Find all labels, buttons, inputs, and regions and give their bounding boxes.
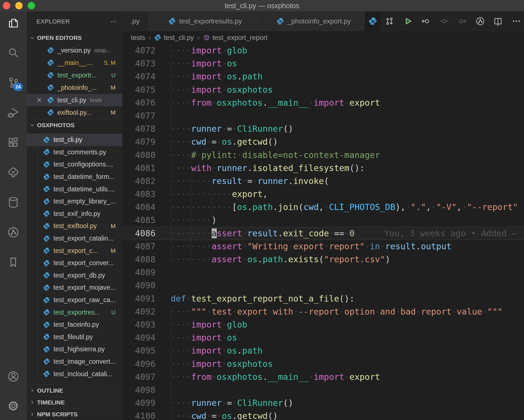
activity-item-gear-icon[interactable]	[7, 399, 20, 413]
code-line-4081[interactable]: 4081····with·runner.isolated_filesystem(…	[122, 162, 524, 175]
code-line-4077[interactable]: 4077	[122, 109, 524, 122]
breadcrumb-item-test_cli.py[interactable]: test_cli.py	[154, 34, 194, 42]
open-editor-test_exportr...[interactable]: test_exportr...U	[27, 69, 122, 81]
activity-item-account-icon[interactable]	[7, 370, 20, 383]
code-line-4083[interactable]: 4083············export,	[122, 188, 524, 201]
more-actions-icon[interactable]	[510, 15, 523, 27]
code-line-4098[interactable]: 4098	[122, 384, 524, 397]
step-back-icon[interactable]	[420, 15, 432, 27]
code-text: ····import·osxphotos	[171, 83, 273, 96]
tab-python-icon-only[interactable]	[365, 11, 380, 31]
section-header-outline[interactable]: OUTLINE	[27, 384, 122, 396]
code-area[interactable]: 4072····import·glob4073····import·os4074…	[122, 44, 524, 420]
tree-item-test_exportres...[interactable]: test_exportres...U	[27, 306, 122, 319]
code-line-4092[interactable]: 4092····"""·test·export·with·--report·op…	[122, 305, 524, 318]
open-editor-test_cli.py[interactable]: test_cli.pytests	[27, 94, 122, 106]
git-history-icon[interactable]	[474, 15, 486, 27]
code-text: ········assert·result.exit_code·==·0	[171, 227, 354, 240]
activity-item-database-icon[interactable]	[7, 196, 20, 209]
activity-item-source-control-icon[interactable]: 24	[7, 76, 20, 89]
code-line-4100[interactable]: 4100····cwd·=·os.getcwd()	[122, 410, 524, 420]
code-line-4086[interactable]: 4086········assert·result.exit_code·==·0…	[122, 227, 524, 240]
osxphotos-section-header[interactable]: OSXPHOTOS	[27, 119, 122, 131]
tree-item-test_configoptions....[interactable]: test_configoptions....	[27, 158, 122, 171]
code-line-4074[interactable]: 4074····import·os.path	[122, 70, 524, 83]
open-editors-section-header[interactable]: OPEN EDITORS	[27, 32, 122, 44]
code-line-4085[interactable]: 4085········)	[122, 214, 524, 227]
tab-_photoinfo_export.py[interactable]: _photoinfo_export.py	[263, 11, 365, 31]
vscode-window: test_cli.py — osxphotos 24 EXPLORER ⋯ OP…	[0, 0, 524, 420]
code-line-4095[interactable]: 4095····import·os.path	[122, 344, 524, 357]
tree-item-test_datetime_utils....[interactable]: test_datetime_utils....	[27, 183, 122, 195]
code-line-4075[interactable]: 4075····import·osxphotos	[122, 83, 524, 96]
tab-test_exportresults.py[interactable]: test_exportresults.py	[148, 11, 263, 31]
run-icon[interactable]	[402, 15, 414, 27]
tree-row-clipped	[27, 131, 122, 134]
tree-item-test_datetime_form...[interactable]: test_datetime_form...	[27, 171, 122, 183]
code-line-4091[interactable]: 4091def·test_export_report_not_a_file():	[122, 292, 524, 305]
breadcrumb-item-test_export_report[interactable]: test_export_report	[203, 34, 268, 42]
tree-item-test_export_catalin...[interactable]: test_export_catalin...	[27, 232, 122, 245]
tree-item-test_export_c...[interactable]: test_export_c...M	[27, 244, 122, 257]
activity-item-files-icon[interactable]	[7, 16, 20, 30]
activity-item-git-graph-icon[interactable]	[7, 226, 20, 239]
open-editor-_photoinfo_...[interactable]: _photoinfo_...M	[27, 81, 122, 94]
code-line-4096[interactable]: 4096····import·osxphotos	[122, 358, 524, 371]
activity-item-test-tree-icon[interactable]	[7, 166, 20, 179]
zoom-button[interactable]	[28, 2, 35, 9]
views-more-actions-icon[interactable]: ⋯	[111, 18, 117, 25]
minimize-button[interactable]	[15, 2, 23, 9]
tab-.py[interactable]: .py	[122, 11, 148, 31]
compare-changes-icon[interactable]	[383, 15, 396, 27]
code-line-4093[interactable]: 4093····import·glob	[122, 318, 524, 331]
tree-item-test_comments.py[interactable]: test_comments.py	[27, 146, 122, 159]
close-icon[interactable]	[36, 97, 42, 103]
code-line-4082[interactable]: 4082········result·=·runner.invoke(	[122, 175, 524, 188]
open-editor-_version.py[interactable]: _version.pyosxp...	[27, 44, 122, 57]
code-text: ····#·pylint:·disable=not-context-manage…	[171, 149, 380, 162]
tree-item-test_cli.py[interactable]: test_cli.py	[27, 134, 122, 146]
open-editor-__main__....[interactable]: __main__....5, M	[27, 57, 122, 69]
activity-item-bookmark-icon[interactable]	[7, 256, 20, 269]
tree-item-test_highsierra.py[interactable]: test_highsierra.py	[27, 343, 122, 356]
tree-item-test_exiftool.py[interactable]: test_exiftool.pyM	[27, 220, 122, 232]
step-over-icon[interactable]	[438, 15, 451, 27]
tree-item-test_incloud_catali...[interactable]: test_incloud_catali...	[27, 368, 122, 380]
tree-item-test_faceinfo.py[interactable]: test_faceinfo.py	[27, 319, 122, 331]
activity-item-search-icon[interactable]	[7, 46, 20, 59]
step-out-icon[interactable]	[456, 15, 468, 27]
tree-item-test_image_convert...[interactable]: test_image_convert...	[27, 356, 122, 368]
code-line-4097[interactable]: 4097····from·osxphotos.__main__·import·e…	[122, 371, 524, 384]
code-line-4076[interactable]: 4076····from·osxphotos.__main__·import·e…	[122, 96, 524, 109]
tree-item-test_exif_info.py[interactable]: test_exif_info.py	[27, 208, 122, 220]
tree-item-test_export_conver...[interactable]: test_export_conver...	[27, 257, 122, 269]
breadcrumb-item-tests[interactable]: tests	[131, 34, 145, 42]
tree-item-test_fileutil.py[interactable]: test_fileutil.py	[27, 331, 122, 343]
code-line-4088[interactable]: 4088········assert·os.path.exists("repor…	[122, 253, 524, 266]
section-header-npm-scripts[interactable]: NPM SCRIPTS	[27, 408, 122, 420]
python-file-icon	[43, 309, 50, 316]
code-line-4080[interactable]: 4080····#·pylint:·disable=not-context-ma…	[122, 149, 524, 162]
code-line-4090[interactable]: 4090	[122, 279, 524, 292]
file-tree: test_cli.pytest_comments.pytest_configop…	[27, 134, 122, 380]
python-file-icon	[43, 272, 50, 279]
code-line-4078[interactable]: 4078····runner·=·CliRunner()	[122, 122, 524, 135]
split-editor-icon[interactable]	[492, 15, 504, 27]
tree-item-test_export_raw_ca...[interactable]: test_export_raw_ca...	[27, 294, 122, 306]
tree-item-test_export_mojave...[interactable]: test_export_mojave...	[27, 282, 122, 294]
code-line-4084[interactable]: 4084············[os.path.join(cwd,·CLI_P…	[122, 201, 524, 214]
open-editor-exiftool.py...[interactable]: exiftool.py...M	[27, 106, 122, 119]
code-line-4079[interactable]: 4079····cwd·=·os.getcwd()	[122, 135, 524, 148]
close-button[interactable]	[3, 2, 10, 9]
section-header-timeline[interactable]: TIMELINE	[27, 396, 122, 408]
code-line-4072[interactable]: 4072····import·glob	[122, 44, 524, 57]
code-line-4073[interactable]: 4073····import·os	[122, 57, 524, 70]
code-line-4087[interactable]: 4087········assert·"Writing·export·repor…	[122, 240, 524, 253]
tree-item-test_empty_library_...[interactable]: test_empty_library_...	[27, 195, 122, 208]
tree-item-test_export_db.py[interactable]: test_export_db.py	[27, 269, 122, 282]
activity-item-extensions-icon[interactable]	[7, 136, 20, 149]
code-line-4094[interactable]: 4094····import·os	[122, 331, 524, 344]
code-line-4099[interactable]: 4099····runner·=·CliRunner()	[122, 397, 524, 410]
activity-item-run-debug-icon[interactable]	[7, 106, 20, 119]
code-line-4089[interactable]: 4089	[122, 266, 524, 279]
